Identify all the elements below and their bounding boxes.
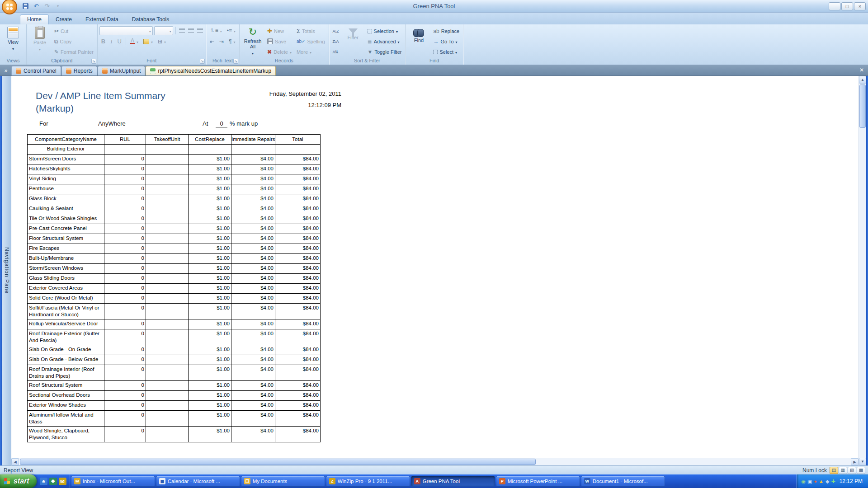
horizontal-scrollbar[interactable]: ◀ ▶ [11, 458, 859, 465]
paste-button[interactable]: Paste [28, 26, 51, 53]
scroll-down-arrow-icon[interactable]: ▼ [859, 458, 866, 465]
bullets-button[interactable]: •≡ [225, 26, 237, 35]
ribbon-tab-database-tools[interactable]: Database Tools [125, 15, 176, 24]
internet-explorer-icon[interactable]: e [40, 478, 47, 485]
taskbar-task[interactable]: ✉Inbox - Microsoft Out... [71, 476, 155, 487]
copy-button[interactable]: ⧉Copy [52, 37, 95, 46]
decrease-indent-button[interactable]: ⇤ [208, 37, 216, 46]
start-button[interactable]: start [0, 474, 37, 488]
show-desktop-icon[interactable]: ❖ [49, 478, 57, 485]
advanced-filter-button[interactable]: ≣Advanced [366, 37, 404, 46]
sort-ascending-button[interactable]: A↓Z [331, 26, 340, 36]
find-button[interactable]: Find [407, 26, 430, 44]
italic-button[interactable]: I [108, 37, 114, 46]
ribbon-tab-create[interactable]: Create [49, 15, 79, 24]
clipboard-dialog-launcher-icon[interactable] [91, 59, 96, 64]
taskbar-task[interactable]: ▦Calendar - Microsoft ... [156, 476, 240, 487]
scroll-right-arrow-icon[interactable]: ▶ [851, 458, 859, 465]
ribbon-tab-home[interactable]: Home [20, 14, 49, 24]
messenger-icon[interactable]: ✚ [831, 479, 835, 484]
font-size-combo[interactable] [154, 26, 173, 35]
document-tab[interactable]: MarkUpInput [98, 66, 146, 75]
totals-button[interactable]: ΣTotals [295, 26, 327, 36]
report-view-toggle[interactable]: ▤ [830, 467, 838, 474]
table-row: Built-Up/Membrane0$1.00$4.00$84.00 [28, 254, 321, 264]
filter-funnel-icon [349, 28, 358, 34]
taskbar-task[interactable]: ❒My Documents [241, 476, 325, 487]
sort-descending-button[interactable]: Z↓A [331, 37, 340, 46]
display-icon[interactable]: ▣ [807, 479, 812, 484]
format-painter-button[interactable]: ✎Format Painter [52, 47, 95, 56]
goto-button[interactable]: →Go To [431, 37, 461, 46]
ribbon-group-records: ↻ Refresh All ✚New Save ✖Delete ΣTotals … [240, 24, 329, 65]
save-record-button[interactable]: Save [265, 37, 293, 46]
gridlines-button[interactable]: ⊞ [156, 37, 168, 46]
content-area: Navigation Pane Dev / AMP Line Item Summ… [0, 76, 868, 465]
horizontal-scroll-thumb[interactable] [20, 459, 536, 465]
rich-text-dialog-launcher-icon[interactable] [233, 59, 238, 64]
document-tab[interactable]: Control Panel [11, 66, 61, 75]
font-name-combo[interactable] [99, 26, 153, 35]
align-center-button[interactable] [187, 26, 195, 35]
network-icon[interactable]: ▲ [819, 479, 824, 484]
spelling-button[interactable]: ab✓Spelling [295, 37, 327, 46]
document-tab[interactable]: Reports [61, 66, 97, 75]
cell-costreplace: $1.00 [189, 174, 231, 184]
scroll-up-arrow-icon[interactable]: ▲ [859, 76, 866, 84]
document-tab[interactable]: rptPhysicalNeedsCostEstimateLineItemMark… [146, 66, 276, 75]
document-close-icon[interactable]: ✕ [857, 66, 866, 75]
refresh-all-button[interactable]: ↻ Refresh All [241, 26, 264, 57]
scroll-left-arrow-icon[interactable]: ◀ [11, 458, 19, 465]
toggle-filter-button[interactable]: ▼Toggle Filter [366, 47, 404, 56]
navigation-pane-collapsed[interactable]: Navigation Pane [2, 76, 11, 465]
bold-button[interactable]: B [99, 37, 107, 46]
cell-immediate-repairs: $4.00 [231, 345, 275, 355]
antivirus-icon[interactable]: ● [814, 479, 817, 484]
ribbon-tab-external-data[interactable]: External Data [79, 15, 125, 24]
minimize-button[interactable]: – [829, 2, 840, 10]
clear-sorts-button[interactable]: A⇅ [331, 47, 340, 56]
taskbar-task[interactable]: AGreen PNA Tool [411, 476, 495, 487]
cut-button[interactable]: ✂Cut [52, 26, 95, 36]
paragraph-direction-button[interactable]: ¶ [227, 37, 237, 46]
align-right-button[interactable] [196, 26, 204, 35]
table-row: Tile Or Wood Shake Shingles0$1.00$4.00$8… [28, 214, 321, 224]
view-button[interactable]: View [2, 26, 24, 53]
find-binoculars-icon [413, 29, 424, 37]
layout-view-toggle[interactable]: ▧ [848, 467, 856, 474]
update-shield-icon[interactable]: ◉ [801, 479, 806, 484]
vertical-scrollbar[interactable]: ▲ ▼ [859, 76, 866, 465]
cell-total: $84.00 [275, 319, 321, 329]
numbering-button[interactable]: ⒈≡ [208, 26, 224, 35]
close-button[interactable]: × [854, 2, 866, 10]
office-button[interactable] [2, 0, 17, 14]
vertical-scroll-thumb[interactable] [859, 84, 866, 128]
fill-color-button[interactable] [142, 37, 155, 46]
design-view-toggle[interactable]: ▩ [857, 467, 865, 474]
cell-costreplace: $1.00 [189, 319, 231, 329]
selection-button[interactable]: Selection [366, 26, 404, 36]
filter-button[interactable]: Filter [342, 26, 364, 41]
restore-button[interactable]: □ [841, 2, 853, 10]
font-color-button[interactable]: A [128, 37, 140, 46]
print-preview-toggle[interactable]: ▦ [839, 467, 847, 474]
volume-icon[interactable]: ◆ [826, 479, 829, 484]
taskbar-task[interactable]: PMicrosoft PowerPoint ... [496, 476, 580, 487]
underline-button[interactable]: U [116, 37, 123, 46]
nav-pane-shutter-button[interactable]: » [2, 66, 10, 75]
delete-record-button[interactable]: ✖Delete [265, 47, 293, 56]
increase-indent-button[interactable]: ⇥ [217, 37, 226, 46]
cell-costreplace: $1.00 [189, 204, 231, 214]
email-icon[interactable]: ✉ [59, 478, 66, 485]
font-dialog-launcher-icon[interactable] [200, 59, 205, 64]
cell-immediate-repairs: $4.00 [231, 224, 275, 234]
selection-icon [368, 29, 372, 33]
align-left-button[interactable] [178, 26, 186, 35]
taskbar-task[interactable]: ZWinZip Pro - 9 1 2011... [326, 476, 410, 487]
cell-immediate-repairs: $4.00 [231, 411, 275, 427]
taskbar-task[interactable]: WDocument1 - Microsof... [581, 476, 665, 487]
more-records-button[interactable]: More [295, 47, 327, 56]
new-record-button[interactable]: ✚New [265, 26, 293, 36]
replace-button[interactable]: abReplace [431, 26, 461, 36]
select-button[interactable]: Select [431, 47, 461, 56]
